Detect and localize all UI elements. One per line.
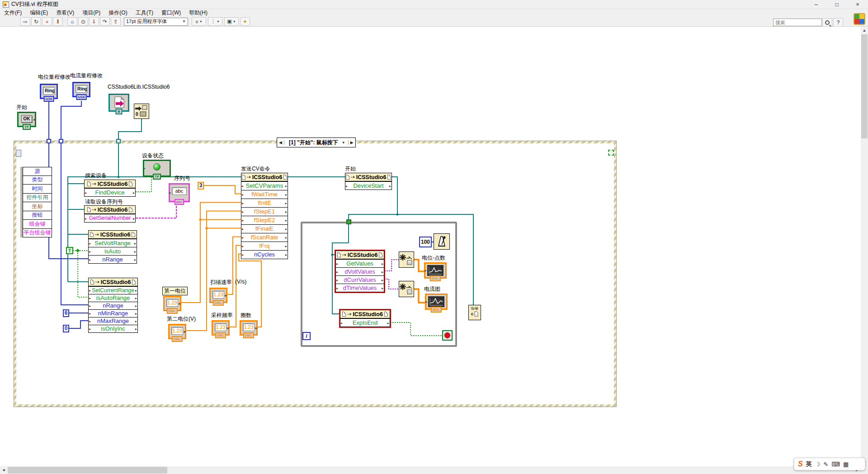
class-constant[interactable]: 🗎: [108, 94, 129, 112]
ime-keyboard-icon[interactable]: ⌨: [831, 461, 840, 468]
current-graph-terminal[interactable]: ▸ SGL: [425, 294, 448, 310]
menu-window[interactable]: 窗口(W): [157, 9, 185, 17]
invoke-node-find-device[interactable]: ⇢ ICSStudio6 FindDevice: [84, 180, 136, 197]
horizontal-scrollbar-thumb[interactable]: [8, 467, 167, 474]
method-row[interactable]: GetValues: [336, 259, 384, 267]
param-row[interactable]: isAuto: [89, 247, 137, 255]
dynamic-event-terminal-icon[interactable]: [608, 150, 614, 156]
highlight-execution-icon[interactable]: ☼: [67, 17, 77, 26]
param-row[interactable]: fScanRate: [241, 233, 288, 242]
event-data-item[interactable]: 按钮: [23, 211, 52, 220]
menu-view[interactable]: 查看(V): [52, 9, 78, 17]
align-objects-button[interactable]: ≡ ▼: [192, 17, 206, 26]
first-e-terminal[interactable]: 1.23 DBL ▸: [163, 296, 181, 311]
event-data-item[interactable]: 控件引用: [23, 194, 52, 203]
ime-language-toggle[interactable]: 英: [806, 460, 812, 468]
vertical-scrollbar-thumb[interactable]: [861, 34, 868, 138]
loop-iteration-terminal[interactable]: i: [302, 332, 311, 340]
step-over-icon[interactable]: ↷: [100, 17, 110, 26]
param-row[interactable]: isOnlyInc: [89, 325, 137, 332]
menu-tools[interactable]: 工具(T): [132, 9, 157, 17]
scroll-up-icon[interactable]: ▲: [861, 27, 868, 34]
invoke-node-set-cv-params[interactable]: ⇢ ICSStudio6 SetCVParams fWaitTime fInit…: [241, 173, 288, 259]
param-row[interactable]: isAutoRange: [89, 294, 137, 302]
wait-time-constant[interactable]: 3: [198, 182, 204, 190]
menu-project[interactable]: 项目(P): [78, 9, 104, 17]
step-out-icon[interactable]: ⇧: [111, 17, 121, 26]
abort-icon[interactable]: ●: [42, 17, 52, 26]
param-row[interactable]: dTimeValues: [336, 284, 384, 292]
run-continuous-icon[interactable]: ↻: [31, 17, 41, 26]
scroll-left-icon[interactable]: ◄: [0, 466, 7, 474]
param-row[interactable]: fFinalE: [241, 224, 288, 233]
invoke-node-get-serial-number[interactable]: ⇢ ICSStudio6 GetSerialNumber: [84, 205, 136, 223]
tunnel-icon[interactable]: [59, 139, 63, 143]
menu-edit[interactable]: 编辑(E): [26, 9, 52, 17]
pause-icon[interactable]: ‖: [53, 17, 63, 26]
distribute-objects-button[interactable]: ⋮ ▼: [208, 17, 222, 26]
menu-operate[interactable]: 操作(O): [104, 9, 131, 17]
param-row[interactable]: nRange: [89, 255, 137, 263]
method-row[interactable]: FindDevice: [85, 188, 135, 196]
volt-range-ring-terminal[interactable]: Ring ▼ U16: [40, 84, 58, 99]
param-row[interactable]: fFrq: [241, 242, 288, 250]
param-row[interactable]: dCurrValues: [336, 275, 384, 284]
invoke-node-exp-is-end[interactable]: ⇢ ICSStudio6 ExpIsEnd: [340, 310, 390, 327]
menu-file[interactable]: 文件(F): [0, 9, 26, 17]
step-into-icon[interactable]: ⇩: [89, 17, 99, 26]
param-row[interactable]: nCycles: [241, 250, 288, 259]
method-row[interactable]: SetCVParams: [241, 181, 288, 190]
min-range-constant[interactable]: 6: [63, 309, 69, 317]
ime-toolbox-icon[interactable]: ▦: [843, 461, 849, 468]
param-row[interactable]: fInitE: [241, 199, 288, 207]
run-icon[interactable]: ⇨: [20, 17, 30, 26]
loop-tunnel-icon[interactable]: [346, 219, 351, 224]
param-row[interactable]: fWaitTime: [241, 190, 288, 199]
event-data-item[interactable]: 平台组合键: [23, 229, 52, 238]
tunnel-icon[interactable]: [116, 139, 121, 143]
event-data-item[interactable]: 时间: [23, 185, 52, 194]
serial-string-terminal[interactable]: ▸ abc abc: [169, 183, 190, 202]
maximize-button[interactable]: □: [826, 0, 847, 9]
search-input[interactable]: [773, 19, 822, 26]
search-icon[interactable]: [822, 18, 832, 27]
event-data-node[interactable]: 源 类型 时间 控件引用 坐标 按钮 组合键 平台组合键: [20, 167, 52, 237]
scan-rate-terminal[interactable]: 1.23 DBL ▸: [209, 288, 227, 303]
invoke-node-device-start[interactable]: ⇢ ICSStudio6 DeviceStart: [345, 173, 392, 190]
invoke-node-get-values[interactable]: ⇢ ICSStudio6 GetValues dVoltValues dCurr…: [335, 251, 384, 292]
method-row[interactable]: SetVoltRange: [89, 239, 137, 247]
method-row[interactable]: ExpIsEnd: [340, 318, 390, 327]
start-boolean-terminal[interactable]: OK TF ▸: [17, 112, 36, 127]
variant-to-data-icon[interactable]: [399, 281, 414, 297]
invoke-node-set-current-range[interactable]: ⇢ ICSStudio6 SetCurrentRange isAutoRange…: [88, 278, 138, 333]
second-e-terminal[interactable]: 1.23 DBL ▸: [168, 324, 186, 339]
param-row[interactable]: fStepE2: [241, 216, 288, 224]
param-row[interactable]: nMinRange: [89, 309, 137, 317]
event-data-item[interactable]: 源: [23, 167, 52, 176]
minimize-button[interactable]: –: [806, 0, 826, 9]
param-row[interactable]: nRange: [89, 302, 137, 309]
event-data-item[interactable]: 类型: [23, 176, 52, 185]
event-data-item[interactable]: 组合键: [23, 220, 52, 229]
font-selector[interactable]: 17pt 应用程序字体 ▼: [124, 18, 188, 26]
param-row[interactable]: dVoltValues: [336, 267, 384, 275]
current-range-ring-terminal[interactable]: Ring ▼ U16: [72, 82, 90, 97]
horizontal-scrollbar[interactable]: ◄ ►: [0, 466, 861, 474]
next-case-icon[interactable]: ▶: [348, 140, 355, 145]
wait-ms-metronome-icon[interactable]: [434, 233, 450, 250]
method-row[interactable]: SetCurrentRange: [89, 286, 137, 294]
cluster-icon[interactable]: 组/簇 c: [468, 305, 481, 320]
ime-halfwidth-icon[interactable]: ☽: [815, 461, 821, 468]
close-button[interactable]: ×: [847, 0, 868, 9]
retain-wire-values-icon[interactable]: ⊙: [78, 17, 88, 26]
method-row[interactable]: DeviceStart: [345, 181, 392, 190]
event-case-selector[interactable]: ◀ [1] "开始": 鼠标按下 ▼ ▶: [277, 137, 356, 147]
variant-to-data-icon[interactable]: [399, 251, 414, 268]
tunnel-icon[interactable]: [47, 139, 51, 143]
event-timeout-icon[interactable]: [16, 150, 21, 157]
help-button[interactable]: ?: [833, 18, 843, 27]
sogou-logo-icon[interactable]: S: [798, 460, 803, 468]
chevron-down-icon[interactable]: ▼: [342, 141, 348, 145]
constructor-node-icon[interactable]: 0: [134, 104, 149, 119]
loop-condition-terminal[interactable]: [442, 330, 453, 341]
